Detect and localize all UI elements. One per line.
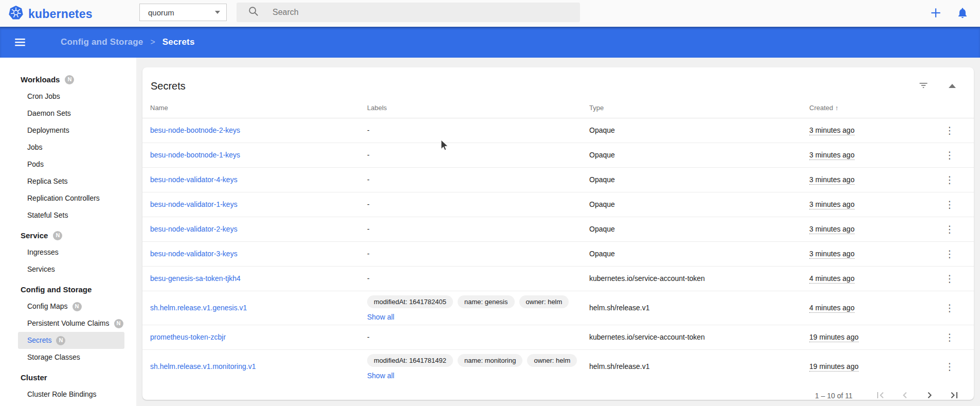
labels-empty: -	[367, 274, 370, 283]
sidebar-item-label: Config Maps	[27, 298, 68, 315]
last-page-icon	[948, 389, 960, 400]
search-bar[interactable]	[237, 3, 580, 22]
secret-name-link[interactable]: sh.helm.release.v1.monitoring.v1	[150, 362, 256, 370]
cell-type: helm.sh/release.v1	[589, 291, 809, 325]
sidebar-heading-service[interactable]: ServiceN	[0, 227, 136, 244]
sidebar-section-config-and-storage: Config and StorageConfig MapsNPersistent…	[0, 281, 136, 366]
row-menu-button[interactable]: ⋮	[941, 171, 958, 188]
sidebar-item-label: Daemon Sets	[27, 105, 71, 122]
row-menu-button[interactable]: ⋮	[941, 220, 958, 238]
labels-empty: -	[367, 225, 370, 233]
next-page-button[interactable]	[917, 386, 942, 400]
create-resource-button[interactable]	[927, 4, 945, 23]
sidebar-item-label: Storage Classes	[27, 349, 80, 366]
cell-created: 3 minutes ago	[809, 167, 941, 192]
row-menu-button[interactable]: ⋮	[941, 196, 958, 213]
last-page-button[interactable]	[942, 386, 967, 400]
row-menu-button[interactable]: ⋮	[941, 299, 958, 316]
new-badge: N	[56, 336, 65, 345]
row-menu-button[interactable]: ⋮	[941, 358, 958, 375]
new-badge: N	[53, 231, 62, 240]
cell-type: helm.sh/release.v1	[589, 349, 809, 383]
cell-labels: -	[367, 192, 589, 217]
label-chip: owner: helm	[519, 295, 569, 308]
sidebar-item-ingresses[interactable]: Ingresses	[0, 244, 136, 261]
sidebar-item-storage-classes[interactable]: Storage Classes	[0, 349, 136, 366]
secret-name-link[interactable]: besu-node-validator-2-keys	[150, 225, 238, 233]
created-value: 3 minutes ago	[809, 250, 855, 259]
breadcrumb-parent[interactable]: Config and Storage	[61, 37, 143, 47]
secret-name-link[interactable]: besu-node-bootnode-1-keys	[150, 151, 240, 159]
secret-name-link[interactable]: besu-node-validator-4-keys	[150, 175, 238, 184]
column-header-created[interactable]: Created↑	[809, 98, 941, 118]
column-header-name[interactable]: Name	[142, 98, 367, 118]
kubernetes-logo[interactable]: kubernetes	[8, 5, 93, 23]
secret-type: kubernetes.io/service-account-token	[589, 333, 705, 341]
label-chips: modifiedAt: 1641781492name: monitoringow…	[367, 354, 589, 367]
labels-empty: -	[367, 175, 370, 184]
sidebar-heading-config-and-storage[interactable]: Config and Storage	[0, 281, 136, 298]
table-row: sh.helm.release.v1.genesis.v1modifiedAt:…	[142, 291, 974, 325]
sidebar-heading-label: Workloads	[21, 71, 60, 88]
row-menu-button[interactable]: ⋮	[941, 146, 958, 164]
collapse-card-button[interactable]	[942, 78, 963, 94]
filter-icon	[918, 80, 929, 92]
table-row: sh.helm.release.v1.monitoring.v1modified…	[142, 349, 974, 383]
cell-actions: ⋮	[941, 349, 974, 383]
cell-created: 3 minutes ago	[809, 192, 941, 217]
show-all-link[interactable]: Show all	[367, 313, 394, 321]
sidebar-item-cron-jobs[interactable]: Cron Jobs	[0, 88, 136, 105]
sidebar-item-replica-sets[interactable]: Replica Sets	[0, 173, 136, 190]
created-value: 4 minutes ago	[809, 304, 855, 313]
secret-type: Opaque	[589, 200, 615, 208]
row-menu-button[interactable]: ⋮	[941, 245, 958, 262]
filter-button[interactable]	[913, 78, 934, 94]
secret-name-link[interactable]: besu-node-validator-3-keys	[150, 250, 238, 258]
cell-created: 3 minutes ago	[809, 241, 941, 266]
cell-labels: -	[367, 143, 589, 167]
sidebar-item-label: Persistent Volume Claims	[27, 315, 110, 332]
sidebar-section-service: ServiceNIngressesServices	[0, 227, 136, 278]
show-all-link[interactable]: Show all	[367, 372, 394, 380]
first-page-button[interactable]	[868, 386, 893, 400]
search-input[interactable]	[273, 8, 580, 17]
row-menu-button[interactable]: ⋮	[941, 121, 958, 139]
row-menu-button[interactable]: ⋮	[941, 270, 958, 287]
sidebar-item-jobs[interactable]: Jobs	[0, 139, 136, 156]
previous-page-button[interactable]	[893, 386, 917, 400]
sidebar-heading-workloads[interactable]: WorkloadsN	[0, 71, 136, 88]
card-header: Secrets	[142, 67, 974, 98]
sidebar-item-cluster-role-bindings[interactable]: Cluster Role Bindings	[0, 386, 136, 403]
sidebar-item-pods[interactable]: Pods	[0, 156, 136, 173]
created-value: 3 minutes ago	[809, 175, 855, 185]
notifications-button[interactable]	[953, 4, 972, 23]
secret-name-link[interactable]: besu-node-validator-1-keys	[150, 200, 238, 208]
column-header-labels[interactable]: Labels	[367, 98, 589, 118]
sidebar-item-secrets[interactable]: SecretsN	[18, 332, 124, 349]
sidebar-item-stateful-sets[interactable]: Stateful Sets	[0, 207, 136, 224]
secret-name-link[interactable]: prometheus-token-zcbjr	[150, 333, 226, 341]
bell-icon	[956, 7, 969, 21]
sidebar-item-services[interactable]: Services	[0, 261, 136, 278]
cell-name: besu-node-validator-3-keys	[142, 241, 367, 266]
label-chip: owner: helm	[527, 354, 577, 367]
column-header-type[interactable]: Type	[589, 98, 809, 118]
cell-name: besu-node-validator-4-keys	[142, 167, 367, 192]
cell-name: besu-node-bootnode-1-keys	[142, 143, 367, 167]
sidebar-item-replication-controllers[interactable]: Replication Controllers	[0, 190, 136, 207]
sidebar-heading-cluster[interactable]: Cluster	[0, 369, 136, 386]
secret-name-link[interactable]: besu-node-bootnode-2-keys	[150, 126, 240, 134]
cell-actions: ⋮	[941, 325, 974, 349]
sidebar-item-config-maps[interactable]: Config MapsN	[0, 298, 136, 315]
sidebar-item-deployments[interactable]: Deployments	[0, 122, 136, 139]
sidebar-item-daemon-sets[interactable]: Daemon Sets	[0, 105, 136, 122]
menu-button[interactable]	[11, 34, 29, 51]
row-menu-button[interactable]: ⋮	[941, 328, 958, 346]
namespace-selector[interactable]: quorum	[139, 4, 227, 21]
sidebar-item-persistent-volume-claims[interactable]: Persistent Volume ClaimsN	[0, 315, 136, 332]
kubernetes-dashboard: kubernetes quorum	[0, 0, 980, 406]
secret-name-link[interactable]: besu-genesis-sa-token-tjkh4	[150, 274, 241, 283]
cell-labels: modifiedAt: 1641782405name: genesisowner…	[367, 291, 589, 325]
labels-empty: -	[367, 200, 370, 208]
secret-name-link[interactable]: sh.helm.release.v1.genesis.v1	[150, 304, 247, 312]
